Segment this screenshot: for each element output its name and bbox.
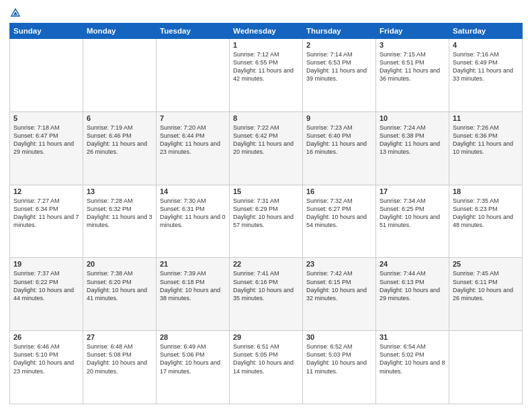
day-number: 9 (306, 114, 372, 122)
day-number: 28 (160, 333, 226, 341)
calendar-cell: 22Sunrise: 7:41 AMSunset: 6:16 PMDayligh… (230, 258, 303, 331)
day-info: Sunrise: 7:45 AMSunset: 6:11 PMDaylight:… (453, 269, 519, 302)
calendar-cell: 29Sunrise: 6:51 AMSunset: 5:05 PMDayligh… (230, 331, 303, 404)
day-info: Sunrise: 7:24 AMSunset: 6:38 PMDaylight:… (380, 124, 445, 156)
calendar-cell: 11Sunrise: 7:26 AMSunset: 6:36 PMDayligh… (449, 111, 523, 185)
day-info: Sunrise: 6:51 AMSunset: 5:05 PMDaylight:… (233, 342, 299, 375)
day-number: 23 (306, 260, 372, 268)
day-number: 10 (380, 114, 445, 122)
calendar-cell: 4Sunrise: 7:16 AMSunset: 6:49 PMDaylight… (449, 39, 523, 112)
calendar-cell: 9Sunrise: 7:23 AMSunset: 6:40 PMDaylight… (303, 111, 376, 185)
weekday-header: Saturday (449, 24, 523, 39)
header (9, 7, 523, 19)
calendar-cell: 5Sunrise: 7:18 AMSunset: 6:47 PMDaylight… (10, 111, 83, 185)
calendar-cell: 26Sunrise: 6:46 AMSunset: 5:10 PMDayligh… (10, 331, 83, 404)
day-info: Sunrise: 7:35 AMSunset: 6:23 PMDaylight:… (453, 197, 519, 230)
calendar-body: 1Sunrise: 7:12 AMSunset: 6:55 PMDaylight… (10, 39, 523, 404)
day-number: 15 (233, 187, 299, 195)
calendar-cell: 30Sunrise: 6:52 AMSunset: 5:03 PMDayligh… (303, 331, 376, 404)
day-info: Sunrise: 6:54 AMSunset: 5:02 PMDaylight:… (380, 342, 445, 375)
calendar-week-row: 1Sunrise: 7:12 AMSunset: 6:55 PMDaylight… (10, 39, 523, 112)
weekday-header: Thursday (303, 24, 376, 39)
day-number: 21 (160, 260, 226, 268)
day-number: 3 (380, 41, 445, 49)
day-info: Sunrise: 7:23 AMSunset: 6:40 PMDaylight:… (306, 124, 372, 156)
day-info: Sunrise: 6:46 AMSunset: 5:10 PMDaylight:… (13, 342, 79, 375)
day-number: 11 (453, 114, 519, 122)
calendar-cell: 2Sunrise: 7:14 AMSunset: 6:53 PMDaylight… (303, 39, 376, 112)
day-number: 18 (453, 187, 519, 195)
day-number: 27 (87, 333, 152, 341)
day-info: Sunrise: 7:22 AMSunset: 6:42 PMDaylight:… (233, 124, 299, 156)
calendar-cell (10, 39, 83, 112)
logo (9, 7, 23, 19)
day-info: Sunrise: 6:48 AMSunset: 5:08 PMDaylight:… (87, 342, 152, 375)
day-info: Sunrise: 7:20 AMSunset: 6:44 PMDaylight:… (160, 124, 226, 156)
calendar-cell: 17Sunrise: 7:34 AMSunset: 6:25 PMDayligh… (376, 185, 449, 258)
calendar-cell: 31Sunrise: 6:54 AMSunset: 5:02 PMDayligh… (376, 331, 449, 404)
day-info: Sunrise: 7:32 AMSunset: 6:27 PMDaylight:… (306, 197, 372, 230)
day-number: 2 (306, 41, 372, 49)
calendar-cell: 8Sunrise: 7:22 AMSunset: 6:42 PMDaylight… (230, 111, 303, 185)
calendar-cell: 12Sunrise: 7:27 AMSunset: 6:34 PMDayligh… (10, 185, 83, 258)
day-info: Sunrise: 7:15 AMSunset: 6:51 PMDaylight:… (380, 50, 445, 83)
day-number: 17 (380, 187, 445, 195)
day-info: Sunrise: 7:42 AMSunset: 6:15 PMDaylight:… (306, 269, 372, 302)
day-info: Sunrise: 6:52 AMSunset: 5:03 PMDaylight:… (306, 342, 372, 375)
calendar-cell: 24Sunrise: 7:44 AMSunset: 6:13 PMDayligh… (376, 258, 449, 331)
day-number: 24 (380, 260, 445, 268)
day-info: Sunrise: 7:12 AMSunset: 6:55 PMDaylight:… (233, 50, 299, 83)
day-info: Sunrise: 7:34 AMSunset: 6:25 PMDaylight:… (380, 197, 445, 230)
day-info: Sunrise: 7:38 AMSunset: 6:20 PMDaylight:… (87, 269, 152, 302)
calendar-cell: 25Sunrise: 7:45 AMSunset: 6:11 PMDayligh… (449, 258, 523, 331)
day-info: Sunrise: 7:28 AMSunset: 6:32 PMDaylight:… (87, 197, 152, 230)
calendar-cell: 6Sunrise: 7:19 AMSunset: 6:46 PMDaylight… (83, 111, 157, 185)
calendar-cell (157, 39, 230, 112)
day-info: Sunrise: 7:41 AMSunset: 6:16 PMDaylight:… (233, 269, 299, 302)
calendar-cell (83, 39, 157, 112)
calendar-cell: 13Sunrise: 7:28 AMSunset: 6:32 PMDayligh… (83, 185, 157, 258)
day-number: 1 (233, 41, 299, 49)
day-number: 13 (87, 187, 152, 195)
calendar-cell: 19Sunrise: 7:37 AMSunset: 6:22 PMDayligh… (10, 258, 83, 331)
day-number: 12 (13, 187, 79, 195)
calendar-cell: 7Sunrise: 7:20 AMSunset: 6:44 PMDaylight… (157, 111, 230, 185)
day-number: 20 (87, 260, 152, 268)
day-info: Sunrise: 7:39 AMSunset: 6:18 PMDaylight:… (160, 269, 226, 302)
weekday-row: SundayMondayTuesdayWednesdayThursdayFrid… (10, 24, 523, 39)
calendar-cell: 3Sunrise: 7:15 AMSunset: 6:51 PMDaylight… (376, 39, 449, 112)
day-info: Sunrise: 7:27 AMSunset: 6:34 PMDaylight:… (13, 197, 79, 230)
day-number: 26 (13, 333, 79, 341)
day-info: Sunrise: 7:16 AMSunset: 6:49 PMDaylight:… (453, 50, 519, 83)
weekday-header: Wednesday (230, 24, 303, 39)
weekday-header: Sunday (10, 24, 83, 39)
calendar-cell: 20Sunrise: 7:38 AMSunset: 6:20 PMDayligh… (83, 258, 157, 331)
day-info: Sunrise: 6:49 AMSunset: 5:06 PMDaylight:… (160, 342, 226, 375)
day-info: Sunrise: 7:31 AMSunset: 6:29 PMDaylight:… (233, 197, 299, 230)
day-info: Sunrise: 7:44 AMSunset: 6:13 PMDaylight:… (380, 269, 445, 302)
weekday-header: Tuesday (157, 24, 230, 39)
calendar-cell: 15Sunrise: 7:31 AMSunset: 6:29 PMDayligh… (230, 185, 303, 258)
day-number: 31 (380, 333, 445, 341)
day-info: Sunrise: 7:18 AMSunset: 6:47 PMDaylight:… (13, 124, 79, 156)
calendar-cell: 1Sunrise: 7:12 AMSunset: 6:55 PMDaylight… (230, 39, 303, 112)
day-number: 30 (306, 333, 372, 341)
calendar-cell: 23Sunrise: 7:42 AMSunset: 6:15 PMDayligh… (303, 258, 376, 331)
day-number: 16 (306, 187, 372, 195)
day-info: Sunrise: 7:30 AMSunset: 6:31 PMDaylight:… (160, 197, 226, 230)
day-info: Sunrise: 7:26 AMSunset: 6:36 PMDaylight:… (453, 124, 519, 156)
day-number: 14 (160, 187, 226, 195)
calendar-cell: 10Sunrise: 7:24 AMSunset: 6:38 PMDayligh… (376, 111, 449, 185)
calendar-cell: 18Sunrise: 7:35 AMSunset: 6:23 PMDayligh… (449, 185, 523, 258)
logo-icon (9, 7, 21, 19)
calendar-week-row: 5Sunrise: 7:18 AMSunset: 6:47 PMDaylight… (10, 111, 523, 185)
day-number: 25 (453, 260, 519, 268)
calendar-cell: 27Sunrise: 6:48 AMSunset: 5:08 PMDayligh… (83, 331, 157, 404)
calendar-cell: 28Sunrise: 6:49 AMSunset: 5:06 PMDayligh… (157, 331, 230, 404)
calendar-header: SundayMondayTuesdayWednesdayThursdayFrid… (10, 24, 523, 39)
day-number: 8 (233, 114, 299, 122)
calendar-table: SundayMondayTuesdayWednesdayThursdayFrid… (9, 23, 523, 404)
day-number: 22 (233, 260, 299, 268)
calendar-week-row: 19Sunrise: 7:37 AMSunset: 6:22 PMDayligh… (10, 258, 523, 331)
weekday-header: Monday (83, 24, 157, 39)
